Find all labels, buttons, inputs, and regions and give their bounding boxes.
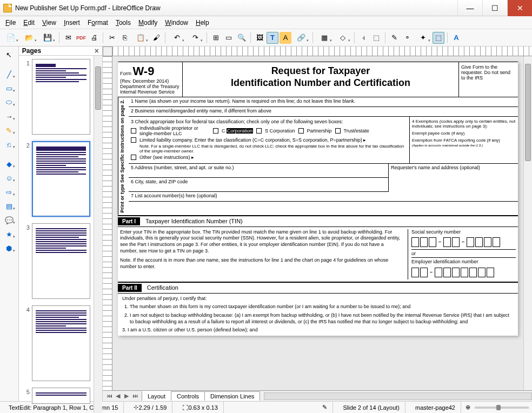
pages-scrollbar[interactable] xyxy=(94,56,102,413)
save-button[interactable]: 💾 xyxy=(39,32,56,44)
pages-thumbnails[interactable]: 1 2 3 4 5 xyxy=(19,56,94,413)
open-button[interactable]: 📂 xyxy=(21,32,38,44)
minimize-button[interactable]: — xyxy=(457,0,482,16)
ein-boxes[interactable]: – xyxy=(411,268,516,277)
tab-dimension[interactable]: Dimension Lines xyxy=(204,391,260,401)
zoom-slider[interactable] xyxy=(475,407,529,409)
grid-button[interactable]: ⊞ xyxy=(210,32,222,44)
copy-button[interactable]: ⎘ xyxy=(119,32,131,44)
tab-layout[interactable]: Layout xyxy=(142,391,171,401)
new-button[interactable]: 📄 xyxy=(2,32,19,44)
menu-file[interactable]: File xyxy=(5,19,16,26)
table-button[interactable]: ▦ xyxy=(316,32,333,44)
form-dept: Department of the Treasury xyxy=(120,84,179,89)
snap-button[interactable]: ⬚ xyxy=(433,32,444,44)
tab-controls[interactable]: Controls xyxy=(171,391,205,401)
checkbox-individual[interactable] xyxy=(131,128,136,134)
menu-modify[interactable]: Modify xyxy=(138,19,157,26)
first-page-button[interactable]: ⏮ xyxy=(105,392,114,399)
image-button[interactable]: 🖼 xyxy=(254,32,265,44)
basic-shapes-tool[interactable]: ◆ xyxy=(2,158,16,170)
cert-item-3: I am a U.S. citizen or other U.S. person… xyxy=(128,327,258,332)
hyperlink-button[interactable]: 🔗 xyxy=(292,32,310,44)
menu-edit[interactable]: Edit xyxy=(23,19,35,26)
ruler-horizontal[interactable] xyxy=(112,46,532,56)
symbol-tool[interactable]: ☺ xyxy=(2,172,16,184)
checkbox-other[interactable] xyxy=(131,155,136,160)
curve-tool[interactable]: ✎ xyxy=(2,124,16,136)
checkbox-scorp[interactable] xyxy=(256,128,262,134)
page-thumb-3[interactable] xyxy=(32,223,90,299)
shapes-button[interactable]: ◇ xyxy=(334,32,351,44)
export-pdf-button[interactable]: PDF xyxy=(75,32,87,44)
fit-page-icon[interactable]: ⊕ xyxy=(466,404,470,411)
pages-panel-close-icon[interactable]: × xyxy=(95,46,99,55)
part1-text2: Note. If the account is in more than one… xyxy=(120,257,402,270)
part1-label: Part I xyxy=(118,217,140,225)
format-paint-button[interactable]: 🖌 xyxy=(150,32,162,44)
arrow-tool[interactable]: → xyxy=(2,110,16,122)
form-title-2: Identification Number and Certification xyxy=(231,77,410,88)
main-toolbar: 📄 📂 💾 ✉ PDF 🖨 ✂ ⎘ 📋 🖌 ↶ ↷ ⊞ ▭ 🔍 🖼 T A 🔗 … xyxy=(0,29,532,46)
3d-tool[interactable]: ⬢ xyxy=(2,242,16,254)
cut-button[interactable]: ✂ xyxy=(106,32,118,44)
prev-page-button[interactable]: ◀ xyxy=(114,392,122,399)
undo-button[interactable]: ↶ xyxy=(168,32,185,44)
page-thumb-1[interactable] xyxy=(32,59,90,135)
maximize-button[interactable]: ☐ xyxy=(482,0,507,16)
block-arrow-tool[interactable]: ⇨ xyxy=(2,186,16,198)
glue-points-button[interactable]: ⚬ xyxy=(401,32,413,44)
textbox-button[interactable]: T xyxy=(267,32,278,44)
font-color-button[interactable]: A xyxy=(450,32,462,44)
redo-button[interactable]: ↷ xyxy=(187,32,204,44)
menu-window[interactable]: Window xyxy=(165,19,188,26)
flowchart-tool[interactable]: ▤ xyxy=(2,200,16,212)
menu-format[interactable]: Format xyxy=(88,19,108,26)
email-button[interactable]: ✉ xyxy=(62,32,74,44)
app-icon xyxy=(3,4,12,12)
menu-view[interactable]: View xyxy=(42,19,56,26)
print-button[interactable]: 🖨 xyxy=(88,32,100,44)
canvas-scroll[interactable]: Form W-9 (Rev. December 2014) Department… xyxy=(112,56,523,390)
selected-text[interactable]: Corporation xyxy=(227,128,253,134)
ssn-boxes[interactable]: – – xyxy=(411,237,516,247)
close-button[interactable]: ✕ xyxy=(507,0,532,16)
crop-button[interactable]: ▭ xyxy=(223,32,235,44)
document-page[interactable]: Form W-9 (Rev. December 2014) Department… xyxy=(118,62,518,336)
page-thumb-5[interactable] xyxy=(32,388,90,404)
align-button[interactable]: ⫞ xyxy=(357,32,369,44)
fontwork-button[interactable]: A xyxy=(280,32,291,44)
drawing-toolbar: ↖ ╱ ▭ ⬭ → ✎ ⎌ ◆ ☺ ⇨ ▤ 💬 ★ ⬢ xyxy=(0,46,19,401)
checkbox-ccorp[interactable] xyxy=(213,128,218,134)
star-tool[interactable]: ★ xyxy=(2,228,16,240)
connector-tool[interactable]: ⎌ xyxy=(2,138,16,150)
last-page-button[interactable]: ⏭ xyxy=(131,392,139,399)
select-tool[interactable]: ↖ xyxy=(2,49,16,61)
canvas-vscrollbar[interactable] xyxy=(523,56,532,390)
ruler-vertical[interactable] xyxy=(103,56,112,390)
menu-tools[interactable]: Tools xyxy=(116,19,131,26)
status-signature-icon[interactable]: ✎ xyxy=(317,402,333,413)
status-master[interactable]: master-page42 xyxy=(410,402,461,413)
sidebar-instructions: Print or type See Specific Instructions … xyxy=(118,97,129,215)
callout-tool[interactable]: 💬 xyxy=(2,214,16,226)
zoom-button[interactable]: 🔍 xyxy=(236,32,248,44)
effects-button[interactable]: ✦ xyxy=(414,32,431,44)
menu-insert[interactable]: Insert xyxy=(64,19,80,26)
arrange-button[interactable]: ⬚ xyxy=(370,32,382,44)
page-thumb-2[interactable] xyxy=(32,141,90,217)
paste-button[interactable]: 📋 xyxy=(132,32,149,44)
line-tool[interactable]: ╱ xyxy=(2,68,16,80)
menu-help[interactable]: Help xyxy=(196,19,209,26)
checkbox-trust[interactable] xyxy=(335,128,341,134)
pages-panel-title: Pages xyxy=(22,47,41,55)
pages-panel: Pages × 1 2 3 4 5 xyxy=(19,46,103,401)
canvas-hscrollbar[interactable] xyxy=(264,392,532,400)
page-thumb-4[interactable] xyxy=(32,305,90,381)
checkbox-partnership[interactable] xyxy=(298,128,304,134)
rect-tool[interactable]: ▭ xyxy=(2,82,16,94)
next-page-button[interactable]: ▶ xyxy=(122,392,131,399)
ellipse-tool[interactable]: ⬭ xyxy=(2,96,16,108)
checkbox-llc[interactable] xyxy=(131,137,136,143)
edit-points-button[interactable]: ✎ xyxy=(388,32,400,44)
